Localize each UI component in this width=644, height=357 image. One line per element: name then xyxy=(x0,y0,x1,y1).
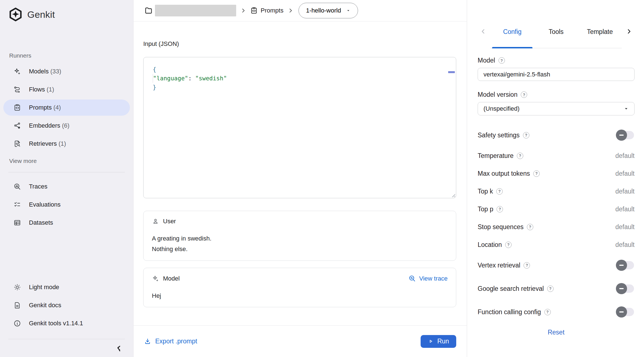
code-key: "language" xyxy=(153,75,188,82)
help-icon[interactable]: ? xyxy=(533,170,540,177)
config-row-stop-sequences: Stop sequences? default xyxy=(478,218,635,236)
project-name-redacted[interactable] xyxy=(155,5,236,16)
collapse-sidebar-icon[interactable] xyxy=(115,344,123,352)
help-icon[interactable]: ? xyxy=(517,153,523,159)
config-row-function-calling-config: Function calling config? xyxy=(478,300,635,324)
input-json-editor[interactable]: { "language": "swedish" } xyxy=(143,57,456,198)
model-version-value: (Unspecified) xyxy=(483,105,520,112)
sidebar-item-label: Light mode xyxy=(29,284,59,291)
temperature-value: default xyxy=(615,152,635,160)
sidebar-item-embedders[interactable]: Embedders (6) xyxy=(3,118,130,134)
editor-resize-handle[interactable] xyxy=(451,193,455,197)
caret-down-icon xyxy=(624,106,629,111)
help-icon[interactable]: ? xyxy=(497,206,503,212)
sidebar-collapse-row xyxy=(0,339,133,357)
config-row-max-output-tokens: Max output tokens? default xyxy=(478,165,635,182)
sidebar-item-evaluations[interactable]: Evaluations xyxy=(3,197,130,213)
sidebar-item-genkit-docs[interactable]: Genkit docs xyxy=(3,297,130,313)
sidebar-item-models[interactable]: Models (33) xyxy=(3,63,130,80)
toggle-thumb xyxy=(616,306,627,318)
tabs-scroll-left-icon[interactable] xyxy=(478,28,489,48)
help-icon[interactable]: ? xyxy=(521,91,527,98)
run-button[interactable]: Run xyxy=(421,335,456,348)
prompt-icon xyxy=(250,7,258,14)
trace-search-icon xyxy=(408,275,416,282)
function-calling-config-toggle[interactable] xyxy=(617,308,634,316)
reset-button[interactable]: Reset xyxy=(548,329,564,336)
code-open-brace: { xyxy=(153,66,156,73)
tab-template[interactable]: Template xyxy=(578,28,622,48)
top-k-value: default xyxy=(615,188,635,195)
google-search-retrieval-toggle[interactable] xyxy=(617,284,634,293)
model-field-label: Model ? xyxy=(478,57,635,64)
app-logo[interactable]: Genkit xyxy=(0,0,133,23)
traces-icon xyxy=(13,183,21,190)
editor-scroll-marker xyxy=(448,71,455,73)
help-icon[interactable]: ? xyxy=(544,309,551,315)
prompt-runner-content: Input (JSON) { "language": "swedish" } U… xyxy=(134,21,467,325)
stop-sequences-value: default xyxy=(615,223,635,231)
safety-settings-toggle[interactable] xyxy=(617,131,634,139)
export-prompt-label: Export .prompt xyxy=(155,338,197,345)
sidebar-item-count: (6) xyxy=(62,122,70,129)
sidebar-spacer xyxy=(0,233,133,279)
sidebar-footer-nav: Light mode Genkit docs Genkit tools v1.1… xyxy=(0,279,133,333)
breadcrumb-prompts[interactable]: Prompts xyxy=(250,7,283,14)
breadcrumb-prompts-label: Prompts xyxy=(261,7,283,14)
config-rows: Safety settings? Temperature? default Ma… xyxy=(478,123,635,324)
sidebar: Genkit Runners Models (33) Flows (1) xyxy=(0,0,134,357)
sidebar-item-flows[interactable]: Flows (1) xyxy=(3,81,130,98)
sidebar-item-light-mode[interactable]: Light mode xyxy=(3,279,130,295)
download-icon xyxy=(144,338,151,345)
help-icon[interactable]: ? xyxy=(523,132,529,138)
model-version-select[interactable]: (Unspecified) xyxy=(478,102,635,115)
config-row-vertex-retrieval: Vertex retrieval? xyxy=(478,254,635,277)
user-message-card: User A greating in swedish. Nothing else… xyxy=(143,211,456,261)
sidebar-item-label: Datasets xyxy=(29,219,53,226)
tab-config[interactable]: Config xyxy=(490,28,534,48)
code-close-brace: } xyxy=(153,84,156,91)
folder-icon xyxy=(144,6,153,15)
config-row-top-k: Top k? default xyxy=(478,182,635,200)
vertex-retrieval-toggle[interactable] xyxy=(617,261,634,269)
tab-tools[interactable]: Tools xyxy=(534,28,578,48)
view-more-link[interactable]: View more xyxy=(9,158,133,165)
user-card-title: User xyxy=(163,218,176,225)
config-row-temperature: Temperature? default xyxy=(478,147,635,165)
help-icon[interactable]: ? xyxy=(496,188,503,195)
sparkle-icon xyxy=(13,68,21,75)
sidebar-item-traces[interactable]: Traces xyxy=(3,178,130,195)
sidebar-item-prompts[interactable]: Prompts (4) xyxy=(3,100,130,116)
evaluations-icon xyxy=(13,201,21,209)
model-input[interactable] xyxy=(478,68,635,81)
datasets-icon xyxy=(13,219,21,227)
help-icon[interactable]: ? xyxy=(505,242,512,248)
chevron-right-icon xyxy=(240,8,246,14)
flow-icon xyxy=(13,86,21,93)
sidebar-item-retrievers[interactable]: Retrievers (1) xyxy=(3,136,130,152)
document-icon xyxy=(13,301,21,309)
help-icon[interactable]: ? xyxy=(499,57,505,64)
code-separator: : xyxy=(188,75,195,82)
export-prompt-link[interactable]: Export .prompt xyxy=(144,338,197,345)
genkit-logo-icon xyxy=(8,7,23,22)
user-icon xyxy=(152,218,159,225)
help-icon[interactable]: ? xyxy=(524,262,530,269)
sparkle-icon xyxy=(152,275,159,282)
sidebar-item-datasets[interactable]: Datasets xyxy=(3,215,130,231)
embedders-icon xyxy=(13,122,21,130)
sidebar-item-label: Traces xyxy=(29,183,47,190)
prompt-selector-dropdown[interactable]: 1-hello-world xyxy=(298,3,358,18)
config-row-top-p: Top p? default xyxy=(478,200,635,218)
tabs-scroll-right-icon[interactable] xyxy=(623,28,635,48)
sidebar-item-label: Retrievers xyxy=(29,140,57,147)
help-icon[interactable]: ? xyxy=(547,286,554,292)
info-icon xyxy=(13,319,21,327)
sidebar-item-label: Flows xyxy=(29,86,45,93)
sun-icon xyxy=(13,283,21,291)
config-row-google-search-retrieval: Google search retrieval? xyxy=(478,277,635,300)
help-icon[interactable]: ? xyxy=(527,224,533,230)
genkit-app: Genkit Runners Models (33) Flows (1) xyxy=(0,0,644,357)
sidebar-item-version[interactable]: Genkit tools v1.14.1 xyxy=(3,315,130,331)
view-trace-link[interactable]: View trace xyxy=(408,275,448,282)
